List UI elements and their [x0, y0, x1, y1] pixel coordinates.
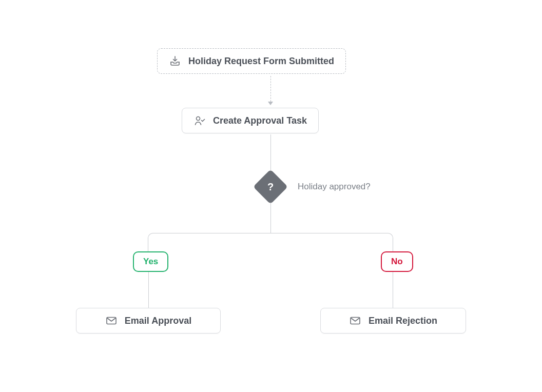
branch-yes-label: Yes — [143, 257, 158, 266]
action-email-approval[interactable]: Email Approval — [76, 308, 221, 334]
trigger-node[interactable]: Holiday Request Form Submitted — [157, 48, 346, 74]
branch-split — [148, 233, 393, 251]
svg-point-0 — [197, 117, 200, 121]
inbox-download-icon — [169, 55, 181, 67]
flowchart-canvas: Holiday Request Form Submitted Create Ap… — [0, 0, 542, 392]
decision-node[interactable]: ? — [254, 170, 287, 203]
envelope-icon — [349, 315, 361, 327]
user-check-icon — [193, 114, 206, 127]
email-rejection-label: Email Rejection — [369, 316, 437, 326]
action-create-approval-task[interactable]: Create Approval Task — [182, 108, 319, 133]
arrowhead-icon — [268, 102, 273, 105]
connector-dashed — [270, 76, 271, 102]
email-approval-label: Email Approval — [125, 316, 191, 326]
branch-no-label: No — [391, 257, 403, 266]
branch-no[interactable]: No — [381, 251, 413, 272]
connector — [270, 203, 271, 233]
decision-label: Holiday approved? — [298, 182, 371, 192]
branch-yes[interactable]: Yes — [133, 251, 168, 272]
trigger-label: Holiday Request Form Submitted — [188, 56, 334, 67]
action-email-rejection[interactable]: Email Rejection — [320, 308, 466, 334]
envelope-icon — [105, 315, 118, 327]
action-label: Create Approval Task — [213, 115, 307, 126]
connector — [393, 272, 393, 308]
question-mark-icon: ? — [267, 181, 274, 193]
connector — [148, 272, 149, 308]
connector — [270, 134, 271, 170]
